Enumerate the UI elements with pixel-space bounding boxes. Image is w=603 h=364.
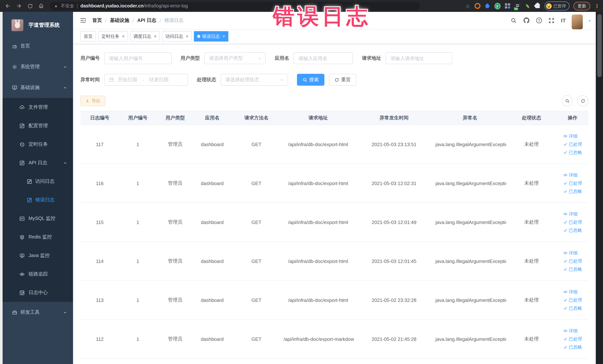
detail-link[interactable]: 详细 <box>563 211 578 217</box>
view-tab[interactable]: 定时任务 × <box>98 31 128 42</box>
tab-label: 定时任务 <box>102 33 119 39</box>
browser-back-button[interactable] <box>3 1 13 11</box>
app-logo-row[interactable]: 芋道管理系统 <box>3 12 73 35</box>
mark-ignored-link[interactable]: 已忽略 <box>563 266 582 272</box>
fullscreen-icon[interactable] <box>548 17 555 24</box>
sidebar-item-system[interactable]: 系统管理 <box>3 56 73 77</box>
check-icon <box>563 306 568 310</box>
close-tab-icon[interactable]: × <box>122 34 125 39</box>
mark-ignored-link[interactable]: 已忽略 <box>563 305 582 311</box>
mark-ignored-link[interactable]: 已忽略 <box>563 149 582 156</box>
emoji-avatar-icon <box>546 3 551 9</box>
breadcrumb-infra[interactable]: 基础设施 <box>110 17 129 24</box>
sidebar-item-redis-monitor[interactable]: Redis 监控 <box>3 228 73 246</box>
process-status-label: 处理状态 <box>197 76 216 83</box>
browser-menu-icon[interactable]: ⋮ <box>594 3 600 9</box>
cell-exception: java.lang.IllegalArgumentException <box>434 319 506 358</box>
browser-home-button[interactable] <box>36 1 46 11</box>
sidebar-item-file-manage[interactable]: 文件管理 <box>3 98 73 117</box>
sidebar-item-access-log[interactable]: 访问日志 <box>3 172 73 191</box>
user-avatar[interactable] <box>572 14 583 29</box>
process-status-select[interactable]: 请选择处理状态 <box>220 74 288 86</box>
close-tab-icon[interactable]: × <box>222 34 225 39</box>
url-domain: dashboard.yudao.iocoder.cn <box>81 3 143 9</box>
table-header-row: 日志编号 用户编号 用户类型 应用名 请求方法名 请求地址 异常发生时间 异常名… <box>81 111 588 125</box>
extension-orange-ring-icon[interactable] <box>474 3 480 9</box>
sidebar-item-home[interactable]: 首页 <box>3 35 73 56</box>
user-id-input[interactable] <box>104 52 172 64</box>
check-icon <box>563 259 568 263</box>
page-url[interactable]: dashboard.yudao.iocoder.cn/infra/log/api… <box>81 3 188 9</box>
check-icon <box>563 267 568 271</box>
extension-green-y-icon[interactable]: y <box>494 3 500 9</box>
mark-processed-link[interactable]: 已处理 <box>563 258 582 264</box>
date-range-picker[interactable]: 开始日期 - 结束日期 <box>104 74 188 86</box>
mark-processed-link[interactable]: 已处理 <box>563 219 582 225</box>
toggle-search-button[interactable] <box>562 95 573 106</box>
mark-processed-link[interactable]: 已处理 <box>563 297 582 303</box>
security-label[interactable]: 不安全 <box>61 3 74 9</box>
window-edge-strip <box>0 12 3 364</box>
scrollbar-thumb[interactable] <box>597 14 602 77</box>
sidebar-item-mysql-monitor[interactable]: MySQL 监控 <box>3 209 73 228</box>
view-tab[interactable]: 访问日志 × <box>162 31 192 42</box>
chevron-down-icon <box>63 310 67 314</box>
reset-button[interactable]: 重置 <box>329 74 356 86</box>
sidebar-item-scheduled-jobs[interactable]: 定时任务 <box>3 135 73 153</box>
github-icon[interactable] <box>523 17 530 24</box>
detail-link[interactable]: 详细 <box>563 133 578 139</box>
user-type-select[interactable]: 请选择用户类型 <box>204 52 266 64</box>
detail-link[interactable]: 详细 <box>563 289 578 295</box>
export-button[interactable]: 导出 <box>81 96 105 106</box>
browser-update-button[interactable]: 更新 <box>574 2 590 10</box>
sidebar-item-api-log[interactable]: API 日志 <box>3 153 73 172</box>
close-tab-icon[interactable]: × <box>186 34 188 39</box>
close-tab-icon[interactable]: × <box>154 34 156 39</box>
mark-ignored-link[interactable]: 已忽略 <box>563 188 582 195</box>
mark-processed-link[interactable]: 已处理 <box>563 180 582 186</box>
breadcrumb-api-log[interactable]: API 日志 <box>137 17 156 24</box>
refresh-table-button[interactable] <box>577 95 588 106</box>
caret-down-icon[interactable]: ▾ <box>589 18 591 23</box>
sidebar-item-log-center[interactable]: 日志中心 <box>3 283 73 302</box>
request-url-label: 请求地址 <box>362 55 381 61</box>
extension-sprout-icon[interactable] <box>524 3 530 9</box>
browser-scrollbar[interactable] <box>596 12 603 364</box>
sidebar-item-infra[interactable]: 基础设施 <box>3 77 73 98</box>
sidebar-collapse-icon[interactable] <box>79 16 87 24</box>
view-tab[interactable]: 错误日志 × <box>194 31 228 42</box>
breadcrumb-home[interactable]: 首页 <box>92 17 102 24</box>
extensions-puzzle-icon[interactable] <box>534 3 540 9</box>
request-url-input[interactable] <box>386 52 452 64</box>
sidebar-item-config-manage[interactable]: 配置管理 <box>3 117 73 135</box>
profile-paused-chip[interactable]: 已暂停 <box>545 1 569 10</box>
sidebar-item-trace[interactable]: 链路追踪 <box>3 265 73 283</box>
view-tab[interactable]: 调度日志 × <box>130 31 160 42</box>
mark-ignored-link[interactable]: 已忽略 <box>563 227 582 234</box>
app-title: 芋道管理系统 <box>29 22 60 29</box>
tab-label: 访问日志 <box>165 33 183 39</box>
detail-link[interactable]: 详细 <box>563 328 578 334</box>
browser-forward-button[interactable] <box>14 1 24 11</box>
help-icon[interactable]: ? <box>536 17 542 24</box>
sidebar-item-java-monitor[interactable]: Java 监控 <box>3 246 73 265</box>
sidebar-item-error-log[interactable]: 错误日志 <box>3 191 73 209</box>
check-icon <box>563 142 568 146</box>
mark-ignored-link[interactable]: 已忽略 <box>563 344 582 350</box>
detail-link[interactable]: 详细 <box>563 172 578 178</box>
cell-log-id: 113 <box>81 281 119 319</box>
sidebar-item-devtools[interactable]: 研发工具 <box>3 302 73 323</box>
header-search-icon[interactable] <box>510 17 517 24</box>
mark-processed-link[interactable]: 已处理 <box>563 336 582 342</box>
view-tab[interactable]: 首页 <box>81 31 96 42</box>
app-name-input[interactable] <box>294 52 353 64</box>
extension-grid-icon[interactable] <box>504 3 510 9</box>
mark-processed-link[interactable]: 已处理 <box>563 141 582 147</box>
detail-link[interactable]: 详细 <box>563 250 578 256</box>
search-button[interactable]: 搜索 <box>297 74 325 86</box>
font-size-icon[interactable]: tT <box>561 17 566 23</box>
extension-switch-icon[interactable]: on <box>514 3 520 9</box>
extension-blue-drop-icon[interactable] <box>484 3 490 9</box>
browser-reload-button[interactable] <box>25 1 35 11</box>
bookmark-star-icon[interactable]: ☆ <box>465 3 470 9</box>
